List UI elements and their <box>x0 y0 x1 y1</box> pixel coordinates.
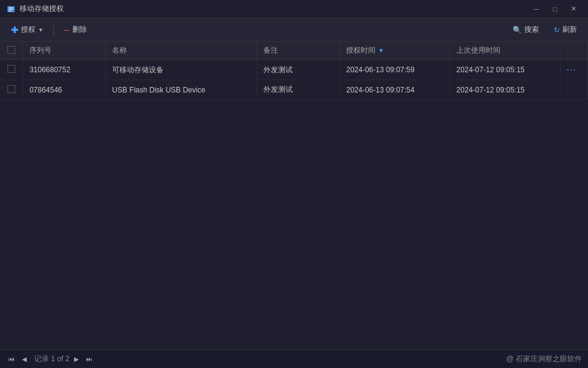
plus-icon: ✚ <box>11 25 18 35</box>
toolbar: ✚ 授权 ▼ ─ 删除 🔍 搜索 ↻ 刷新 <box>0 18 588 42</box>
toolbar-right: 🔍 搜索 ↻ 刷新 <box>508 22 582 37</box>
th-auth-time[interactable]: 授权时间 ▼ <box>340 42 450 60</box>
window-title: 移动存储授权 <box>20 4 528 14</box>
record-count: 记录 1 of 2 <box>34 355 69 363</box>
row-serial: 3106680752 <box>23 60 106 80</box>
th-remark-label: 备注 <box>263 46 278 54</box>
close-button[interactable]: ✕ <box>565 3 582 15</box>
authorize-label: 授权 <box>21 24 36 35</box>
svg-rect-1 <box>9 7 13 9</box>
th-serial-label: 序列号 <box>29 46 51 54</box>
nav-prev-button[interactable]: ◀ <box>20 355 29 364</box>
refresh-button[interactable]: ↻ 刷新 <box>549 22 582 37</box>
table-row: 3106680752 可移动存储设备 外发测试 2024-06-13 09:07… <box>0 60 588 80</box>
delete-button[interactable]: ─ 删除 <box>59 22 92 37</box>
header-checkbox[interactable] <box>7 46 15 54</box>
delete-label: 删除 <box>72 24 87 35</box>
row-remark: 外发测试 <box>257 80 340 100</box>
row-serial: 07864546 <box>23 80 106 100</box>
svg-rect-3 <box>9 10 12 12</box>
th-name: 名称 <box>106 42 257 60</box>
svg-rect-2 <box>9 9 13 10</box>
th-auth-time-label: 授权时间 <box>346 45 375 56</box>
table-header-row: 序列号 名称 备注 授权时间 ▼ <box>0 42 588 60</box>
minimize-button[interactable]: ─ <box>528 3 545 15</box>
authorize-dropdown-icon: ▼ <box>38 27 43 33</box>
table-row: 07864546 USB Flash Disk USB Device 外发测试 … <box>0 80 588 100</box>
row-more-actions[interactable]: ··· <box>567 64 576 75</box>
row-actions-cell <box>560 80 587 100</box>
th-serial: 序列号 <box>23 42 106 60</box>
th-last-use-label: 上次使用时间 <box>456 46 500 54</box>
data-table: 序列号 名称 备注 授权时间 ▼ <box>0 42 588 100</box>
row-auth-time: 2024-06-13 09:07:54 <box>340 80 450 100</box>
refresh-label: 刷新 <box>562 24 577 35</box>
minus-icon: ─ <box>64 25 70 35</box>
nav-first-button[interactable]: ⏮ <box>6 355 17 364</box>
row-last-use: 2024-07-12 09:05:15 <box>450 60 560 80</box>
watermark: @ 石家庄洞察之眼软件 <box>506 354 582 364</box>
row-actions-cell: ··· <box>560 60 587 80</box>
row-auth-time: 2024-06-13 09:07:59 <box>340 60 450 80</box>
refresh-icon: ↻ <box>554 26 560 34</box>
record-info: 记录 1 of 2 <box>34 354 69 364</box>
th-name-label: 名称 <box>112 46 127 54</box>
sort-arrow-icon: ▼ <box>378 47 384 54</box>
row-checkbox[interactable] <box>7 85 15 93</box>
content: ✚ 授权 ▼ ─ 删除 🔍 搜索 ↻ 刷新 <box>0 18 588 368</box>
row-name: 可移动存储设备 <box>106 60 257 80</box>
footer: ⏮ ◀ 记录 1 of 2 ▶ ⏭ @ 石家庄洞察之眼软件 <box>0 350 588 368</box>
row-checkbox-cell <box>0 60 23 80</box>
search-label: 搜索 <box>524 24 539 35</box>
search-button[interactable]: 🔍 搜索 <box>508 22 544 37</box>
authorize-button[interactable]: ✚ 授权 ▼ <box>6 22 48 37</box>
th-last-use: 上次使用时间 <box>450 42 560 60</box>
th-remark: 备注 <box>257 42 340 60</box>
row-checkbox[interactable] <box>7 65 15 73</box>
app-icon <box>6 4 16 14</box>
toolbar-separator-1 <box>53 24 54 36</box>
row-remark: 外发测试 <box>257 60 340 80</box>
titlebar: 移动存储授权 ─ □ ✕ <box>0 0 588 18</box>
main-area: 序列号 名称 备注 授权时间 ▼ <box>0 42 588 350</box>
row-name: USB Flash Disk USB Device <box>106 80 257 100</box>
table-body: 3106680752 可移动存储设备 外发测试 2024-06-13 09:07… <box>0 60 588 100</box>
search-icon: 🔍 <box>513 26 522 34</box>
nav-last-button[interactable]: ⏭ <box>84 355 95 364</box>
row-last-use: 2024-07-12 09:05:15 <box>450 80 560 100</box>
table-container: 序列号 名称 备注 授权时间 ▼ <box>0 42 588 100</box>
window-controls: ─ □ ✕ <box>528 3 582 15</box>
maximize-button[interactable]: □ <box>546 3 564 15</box>
nav-next-button[interactable]: ▶ <box>72 355 81 364</box>
row-checkbox-cell <box>0 80 23 100</box>
th-checkbox <box>0 42 23 60</box>
th-actions <box>560 42 587 60</box>
